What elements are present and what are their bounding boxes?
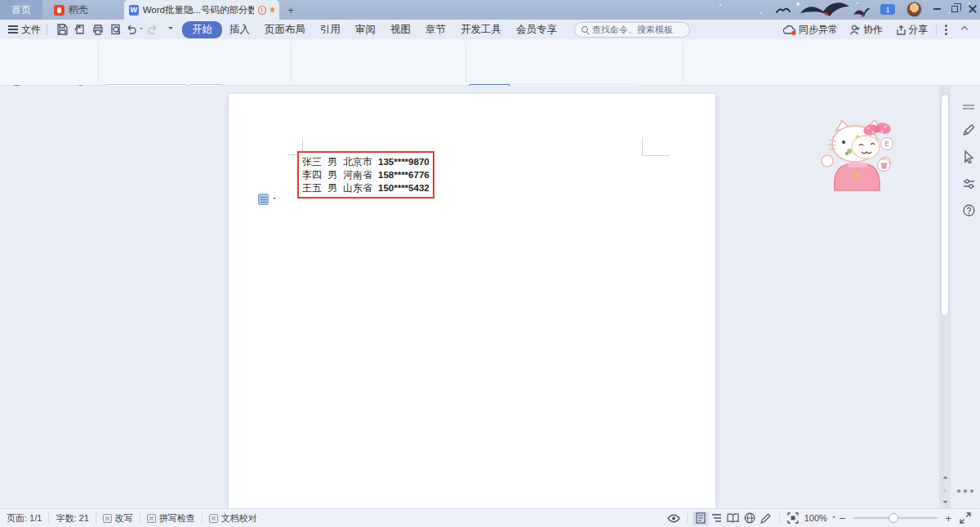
- zoom-out-button[interactable]: −: [837, 512, 849, 525]
- adjust-settings-button[interactable]: [959, 174, 978, 194]
- export-button[interactable]: [71, 22, 89, 37]
- margin-mark: [642, 137, 643, 155]
- separator: [291, 42, 292, 82]
- collaborate-icon: [849, 25, 861, 35]
- fullscreen-button[interactable]: [957, 511, 973, 525]
- ink-tool-button[interactable]: [758, 511, 774, 525]
- cloud-sync-icon: [783, 25, 796, 35]
- ribbon-tab-developer[interactable]: 开发工具: [453, 21, 509, 38]
- ribbon-tab-review[interactable]: 审阅: [348, 21, 383, 38]
- separator: [47, 24, 47, 35]
- word-count[interactable]: 字数: 21: [49, 512, 95, 525]
- kitty-pet-sticker[interactable]: [817, 117, 898, 194]
- tab-docer[interactable]: 稻壳: [46, 0, 96, 20]
- ribbon-tab-member[interactable]: 会员专享: [509, 21, 564, 38]
- spellcheck-toggle[interactable]: 拼写检查: [140, 512, 202, 525]
- zoom-slider[interactable]: [853, 517, 938, 519]
- maximize-button[interactable]: [946, 0, 964, 18]
- ribbon-tab-section[interactable]: 章节: [418, 21, 453, 38]
- kitty-outfit-button[interactable]: [877, 159, 890, 172]
- paste-options-icon: [258, 194, 269, 205]
- paste-options-button[interactable]: [258, 194, 276, 205]
- annotate-pen-button[interactable]: [959, 120, 978, 140]
- search-icon: [581, 26, 588, 33]
- ribbon-tab-view[interactable]: 视图: [383, 21, 418, 38]
- overtype-toggle[interactable]: 改写: [96, 512, 140, 525]
- tab-home[interactable]: 首页: [0, 0, 42, 20]
- word-doc-icon: W: [129, 5, 139, 16]
- read-view-button[interactable]: [725, 511, 742, 525]
- vertical-scrollbar-thumb[interactable]: [941, 94, 949, 316]
- print-preview-button[interactable]: [107, 22, 125, 37]
- pen-icon: [962, 123, 975, 136]
- user-avatar[interactable]: [906, 2, 922, 17]
- window-tab-bar: 首页 稻壳 W Word批量隐...号码的部分数字 ! + 1: [0, 0, 980, 20]
- document-page[interactable]: 张三男北京市135****9870 李四男河南省158****6776 王五男山…: [229, 94, 715, 508]
- sync-status-button[interactable]: 同步异常: [783, 23, 838, 37]
- proofread-toggle[interactable]: 文档校对: [203, 512, 264, 525]
- separator: [466, 42, 466, 82]
- ribbon-tab-page-layout[interactable]: 页面布局: [257, 21, 313, 38]
- ribbon-tab-insert[interactable]: 插入: [222, 21, 257, 38]
- tab-document-active[interactable]: W Word批量隐...号码的部分数字 !: [124, 0, 279, 20]
- page-view-button[interactable]: [693, 511, 709, 525]
- cursor-arrow-icon: [963, 150, 974, 163]
- redo-button[interactable]: [143, 22, 161, 37]
- zoom-slider-thumb[interactable]: [889, 513, 898, 523]
- doc-text-row[interactable]: 张三男北京市135****9870: [302, 155, 435, 168]
- shirt-icon: [880, 162, 889, 169]
- zoom-in-button[interactable]: +: [942, 512, 954, 525]
- docer-flame-icon: [54, 5, 65, 16]
- new-tab-button[interactable]: +: [284, 3, 297, 16]
- sliders-icon: [963, 178, 975, 190]
- bird-decoration: [799, 0, 851, 18]
- separator: [687, 513, 688, 523]
- page-indicator[interactable]: 页面: 1/1: [0, 512, 48, 525]
- bird-decoration: [853, 5, 871, 18]
- document-workspace[interactable]: 张三男北京市135****9870 李四男河南省158****6776 王五男山…: [0, 86, 980, 508]
- file-menu-button[interactable]: 文件: [0, 23, 41, 37]
- print-button[interactable]: [89, 22, 107, 37]
- eye-protection-button[interactable]: [666, 511, 682, 525]
- web-view-button[interactable]: [742, 511, 758, 525]
- minimize-icon: [933, 8, 941, 10]
- drag-handle-icon: [963, 105, 974, 106]
- undo-caret-icon: [140, 28, 143, 31]
- kitty-emotion-button[interactable]: E: [880, 137, 893, 150]
- doc-text-row[interactable]: 王五男山东省150****5432: [302, 181, 435, 194]
- zoom-level[interactable]: 100%: [801, 513, 837, 523]
- fit-page-button[interactable]: [785, 511, 801, 525]
- toggle-off-icon: [103, 514, 112, 523]
- help-button[interactable]: [959, 200, 978, 220]
- separator: [98, 42, 99, 82]
- caret-down-icon: [168, 27, 173, 32]
- save-button[interactable]: [53, 22, 71, 37]
- notification-badge[interactable]: 1: [880, 4, 895, 15]
- ribbon-home: 粘贴 剪切 复制 格式刷 宋体 五号 A⁺ A⁻ 拼 B I U A X² X₂…: [0, 39, 980, 86]
- select-tool-button[interactable]: [959, 147, 978, 167]
- collapse-ribbon-button[interactable]: [961, 26, 968, 33]
- command-search-input[interactable]: 查找命令、搜索模板: [574, 22, 690, 38]
- browse-object-button[interactable]: ▫: [941, 488, 950, 494]
- ribbon-tab-references[interactable]: 引用: [313, 21, 348, 38]
- ribbon-tab-home[interactable]: 开始: [182, 21, 222, 38]
- separator: [936, 24, 937, 35]
- outline-view-button[interactable]: [709, 511, 725, 525]
- help-icon: [963, 204, 975, 217]
- share-button[interactable]: 分享: [894, 23, 928, 37]
- close-button[interactable]: [964, 0, 980, 18]
- collaborate-button[interactable]: 协作: [849, 23, 883, 37]
- previous-page-button[interactable]: ⏶: [941, 475, 950, 481]
- rail-more-button[interactable]: [957, 489, 973, 493]
- customize-toolbar-button[interactable]: [161, 22, 179, 37]
- panel-drag-handle[interactable]: [959, 97, 978, 117]
- minimize-button[interactable]: [928, 0, 946, 18]
- margin-mark: [642, 155, 670, 156]
- more-options-button[interactable]: [945, 25, 947, 27]
- next-page-button[interactable]: ⏷: [941, 499, 950, 506]
- close-icon: [969, 5, 977, 13]
- undo-button[interactable]: [125, 22, 143, 37]
- doc-text-row[interactable]: 李四男河南省158****6776: [302, 168, 435, 181]
- menu-bar: 文件 开始 插入 页面布局 引用 审阅 视图 章节 开发工具 会员专享 查找命令…: [0, 20, 980, 39]
- share-icon: [894, 25, 906, 35]
